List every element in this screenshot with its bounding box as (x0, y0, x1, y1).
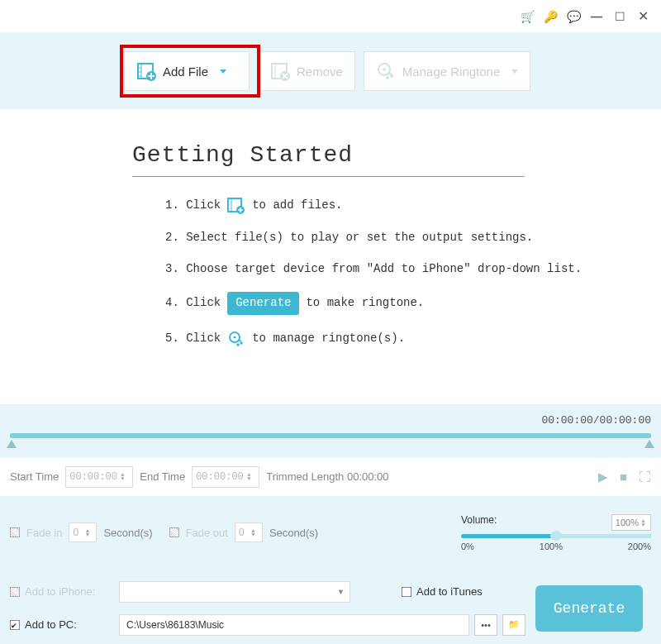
add-to-pc-checkbox[interactable] (10, 620, 20, 630)
time-readout: 00:00:00/00:00:00 (10, 414, 651, 427)
add-file-label: Add File (163, 64, 208, 79)
step-2: 2. Select file(s) to play or set the out… (132, 230, 661, 246)
volume-label: Volume: (461, 514, 497, 531)
add-file-inline-icon (227, 197, 245, 215)
timeline-panel: 00:00:00/00:00:00 (0, 404, 661, 458)
iphone-device-select[interactable]: ▼ (119, 581, 350, 603)
seconds-label-1: Second(s) (103, 527, 152, 539)
manage-label: Manage Ringtone (402, 64, 500, 79)
fade-out-label: Fade out (186, 527, 228, 539)
remove-label: Remove (297, 64, 343, 79)
timeline-markers (10, 438, 651, 451)
svg-point-15 (386, 76, 389, 79)
trimmed-length: Trimmed Length 00:00:00 (266, 470, 388, 483)
browse-dots-button[interactable]: ••• (474, 614, 497, 636)
add-to-itunes-checkbox[interactable] (402, 587, 411, 597)
fade-volume-row: Fade in 0▲▼ Second(s) Fade out 0▲▼ Secon… (0, 496, 661, 570)
trim-end-handle[interactable] (644, 440, 654, 448)
add-to-itunes-label: Add to iTunes (416, 585, 483, 598)
output-path-input[interactable]: C:\Users\86183\Music (119, 614, 469, 636)
svg-point-24 (236, 343, 240, 346)
generate-button[interactable]: Generate (535, 585, 643, 632)
add-to-iphone-checkbox[interactable] (10, 587, 20, 597)
vol-mark-100: 100% (540, 541, 563, 551)
cart-icon[interactable]: 🛒 (521, 10, 534, 23)
step-5: 5. Click to manage ringtone(s). (132, 330, 661, 348)
add-file-icon (136, 61, 156, 81)
generate-pill: Generate (227, 292, 299, 315)
volume-knob[interactable] (550, 531, 562, 541)
fade-in-label: Fade in (26, 527, 62, 539)
svg-point-25 (240, 341, 243, 345)
titlebar: 🛒 🔑 💬 — ☐ ✕ (0, 0, 661, 33)
fullscreen-icon[interactable]: ⛶ (639, 470, 651, 484)
play-icon[interactable]: ▶ (598, 470, 608, 484)
add-file-button[interactable]: Add File (124, 51, 250, 91)
vol-mark-200: 200% (628, 541, 651, 551)
chevron-down-icon (220, 69, 226, 74)
start-time-input[interactable]: 00:00:00▲▼ (65, 466, 133, 488)
fade-out-value[interactable]: 0▲▼ (235, 522, 263, 542)
step-1: 1. Click to add files. (132, 197, 661, 215)
manage-inline-icon (227, 330, 245, 348)
maximize-icon[interactable]: ☐ (613, 10, 626, 23)
manage-ringtone-icon (376, 61, 396, 81)
step-4: 4. Click Generate to make ringtone. (132, 292, 661, 315)
volume-slider[interactable] (461, 534, 651, 538)
remove-icon (270, 61, 290, 81)
key-icon[interactable]: 🔑 (544, 10, 557, 23)
minimize-icon[interactable]: — (590, 10, 603, 23)
getting-started-panel: Getting Started 1. Click to add files. 2… (0, 109, 661, 404)
remove-button[interactable]: Remove (258, 51, 355, 91)
svg-point-23 (234, 336, 236, 338)
add-to-pc-label: Add to PC: (25, 618, 77, 631)
svg-point-16 (390, 74, 393, 78)
volume-percent-input[interactable]: 100%▲▼ (611, 514, 651, 531)
fade-in-checkbox[interactable] (10, 527, 20, 537)
step-3: 3. Choose target device from "Add to iPh… (132, 261, 661, 278)
start-time-label: Start Time (10, 470, 59, 483)
volume-block: Volume: 100%▲▼ 0% 100% 200% (461, 514, 651, 551)
stop-icon[interactable]: ■ (620, 470, 627, 484)
manage-ringtone-button[interactable]: Manage Ringtone (364, 51, 530, 91)
end-time-input[interactable]: 00:00:00▲▼ (192, 466, 259, 488)
chevron-down-icon (511, 69, 518, 74)
add-to-iphone-label: Add to iPhone: (25, 585, 95, 598)
output-panel: Add to iPhone: ▼ Add to iTunes Generate … (0, 570, 661, 644)
svg-point-14 (383, 68, 386, 71)
open-folder-button[interactable]: 📁 (502, 614, 525, 636)
vol-mark-0: 0% (461, 541, 474, 551)
comment-icon[interactable]: 💬 (567, 10, 580, 23)
toolbar: Add File Remove Manage Ringtone (0, 33, 661, 109)
divider (132, 176, 525, 177)
trim-controls: Start Time 00:00:00▲▼ End Time 00:00:00▲… (0, 458, 661, 496)
close-icon[interactable]: ✕ (636, 10, 649, 23)
seconds-label-2: Second(s) (269, 527, 318, 539)
end-time-label: End Time (140, 470, 185, 483)
fade-out-checkbox[interactable] (169, 527, 179, 537)
trim-start-handle[interactable] (7, 440, 17, 448)
page-title: Getting Started (132, 142, 661, 168)
fade-in-value[interactable]: 0▲▼ (69, 522, 97, 542)
